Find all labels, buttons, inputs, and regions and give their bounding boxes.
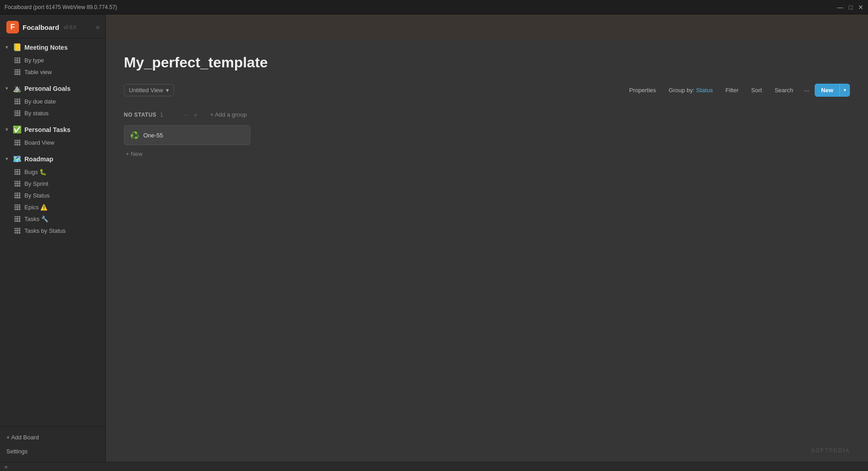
column-count-no-status: 1 xyxy=(160,112,163,118)
sidebar-item-tasks-by-status[interactable]: Tasks by Status xyxy=(0,225,105,236)
more-options-button[interactable]: ··· xyxy=(801,84,813,97)
board-area: NO STATUS 1 ··· + + Add a group ♻️ One-5… xyxy=(124,108,850,160)
main-content: My_perfect_template Untitled View ▾ Prop… xyxy=(106,14,868,462)
sidebar-item-tasks[interactable]: Tasks 🔧 xyxy=(0,213,105,225)
board-view-icon xyxy=(14,139,21,146)
add-board-button[interactable]: + Add Board xyxy=(0,430,105,444)
sidebar-section-meeting-notes: ▼ 📒 Meeting Notes By type Table view xyxy=(0,38,105,80)
meeting-notes-emoji: 📒 xyxy=(13,43,22,52)
sidebar-section-header-roadmap[interactable]: ▼ 🗺️ Roadmap xyxy=(0,152,105,166)
add-board-label: + Add Board xyxy=(6,434,39,441)
sidebar-item-by-status[interactable]: By Status xyxy=(0,189,105,201)
sidebar-item-epics[interactable]: Epics ⚠️ xyxy=(0,201,105,213)
view-selector-button[interactable]: Untitled View ▾ xyxy=(124,84,174,96)
sidebar-item-by-type[interactable]: By type xyxy=(0,54,105,66)
section-arrow-roadmap: ▼ xyxy=(5,156,10,161)
add-group-button[interactable]: + Add a group xyxy=(207,109,250,120)
section-arrow-personal-goals: ▼ xyxy=(5,86,10,91)
epics-icon xyxy=(14,203,21,211)
title-bar-text: Focalboard (port 61475 WebView 89.0.774.… xyxy=(5,4,837,10)
by-sprint-icon xyxy=(14,180,21,187)
sidebar-collapse-button[interactable]: « xyxy=(96,23,100,31)
roadmap-emoji: 🗺️ xyxy=(13,155,22,163)
main-top-bar xyxy=(106,14,868,40)
board-view-label: Board View xyxy=(24,139,54,146)
column-header-no-status: NO STATUS 1 ··· + + Add a group xyxy=(124,108,250,122)
by-status-label: By Status xyxy=(24,192,50,199)
table-view-icon xyxy=(14,68,21,75)
sidebar-section-header-personal-goals[interactable]: ▼ ⛰️ Personal Goals xyxy=(0,81,105,95)
by-type-label: By type xyxy=(24,57,44,64)
sidebar-item-by-due-date[interactable]: By due date xyxy=(0,95,105,107)
filter-button[interactable]: Filter xyxy=(720,84,744,96)
column-header-actions: ··· + xyxy=(181,110,199,119)
title-bar: Focalboard (port 61475 WebView 89.0.774.… xyxy=(0,0,868,14)
minimize-button[interactable]: — xyxy=(837,4,844,11)
by-status-icon xyxy=(14,192,21,199)
by-status-goals-icon xyxy=(14,109,21,117)
toolbar-actions: Properties Group by: Status Filter Sort … xyxy=(624,84,850,97)
bugs-icon xyxy=(14,168,21,175)
bottom-bar: ◀ xyxy=(0,462,868,471)
properties-button[interactable]: Properties xyxy=(624,84,661,96)
group-by-label: Group by: xyxy=(669,87,694,94)
sidebar-section-personal-tasks: ▼ ✅ Personal Tasks Board View xyxy=(0,121,105,150)
page-title: My_perfect_template xyxy=(124,54,850,71)
app-container: F Focalboard v0.6.0 « ▼ 📒 Meeting Notes … xyxy=(0,14,868,462)
roadmap-label: Roadmap xyxy=(24,155,53,163)
search-button[interactable]: Search xyxy=(769,84,798,96)
toolbar: Untitled View ▾ Properties Group by: Sta… xyxy=(124,84,850,97)
board-card-one-55[interactable]: ♻️ One-55 ··· xyxy=(124,125,250,145)
personal-tasks-label: Personal Tasks xyxy=(24,126,71,133)
by-type-icon xyxy=(14,57,21,64)
sidebar-section-header-personal-tasks[interactable]: ▼ ✅ Personal Tasks xyxy=(0,122,105,137)
group-by-button[interactable]: Group by: Status xyxy=(663,84,718,96)
sidebar-item-board-view[interactable]: Board View xyxy=(0,137,105,148)
main-body: My_perfect_template Untitled View ▾ Prop… xyxy=(106,40,868,444)
view-selector-label: Untitled View xyxy=(129,87,163,94)
tasks-by-status-label: Tasks by Status xyxy=(24,227,66,234)
sidebar-item-table-view[interactable]: Table view xyxy=(0,66,105,78)
group-by-value: Status xyxy=(696,87,713,94)
view-selector-chevron-icon: ▾ xyxy=(166,87,169,94)
sidebar-footer: + Add Board Settings xyxy=(0,426,105,462)
new-main-button[interactable]: New xyxy=(815,84,840,97)
new-dropdown-button[interactable]: ▾ xyxy=(840,84,850,96)
tasks-label: Tasks 🔧 xyxy=(24,216,48,222)
by-sprint-label: By Sprint xyxy=(24,180,48,187)
section-arrow-personal-tasks: ▼ xyxy=(5,127,10,132)
sidebar-section-personal-goals: ▼ ⛰️ Personal Goals By due date By statu… xyxy=(0,80,105,121)
column-add-button[interactable]: + xyxy=(192,110,199,119)
app-name: Focalboard xyxy=(23,24,59,31)
sidebar-section-roadmap: ▼ 🗺️ Roadmap Bugs 🐛 By Sprint xyxy=(0,150,105,238)
title-bar-controls: — □ ✕ xyxy=(837,4,863,11)
new-button-group: New ▾ xyxy=(815,84,850,97)
close-button[interactable]: ✕ xyxy=(858,4,863,11)
epics-label: Epics ⚠️ xyxy=(24,204,47,211)
sidebar: F Focalboard v0.6.0 « ▼ 📒 Meeting Notes … xyxy=(0,14,106,462)
section-arrow-meeting-notes: ▼ xyxy=(5,45,10,50)
settings-button[interactable]: Settings xyxy=(0,444,105,458)
add-new-card-button[interactable]: + New xyxy=(124,148,144,160)
maximize-button[interactable]: □ xyxy=(849,4,853,11)
tasks-by-status-icon xyxy=(14,227,21,234)
sidebar-item-by-status-goals[interactable]: By status xyxy=(0,107,105,119)
personal-tasks-emoji: ✅ xyxy=(13,125,22,134)
sidebar-item-bugs[interactable]: Bugs 🐛 xyxy=(0,166,105,178)
app-version: v0.6.0 xyxy=(64,25,76,30)
sidebar-item-by-sprint[interactable]: By Sprint xyxy=(0,178,105,189)
bottom-area: Softpedia xyxy=(106,444,868,462)
column-more-button[interactable]: ··· xyxy=(181,110,190,119)
sidebar-header: F Focalboard v0.6.0 « xyxy=(0,14,105,38)
sidebar-section-header-meeting-notes[interactable]: ▼ 📒 Meeting Notes xyxy=(0,40,105,54)
app-logo: F xyxy=(6,21,19,33)
board-column-no-status: NO STATUS 1 ··· + + Add a group ♻️ One-5… xyxy=(124,108,250,160)
sort-button[interactable]: Sort xyxy=(746,84,768,96)
scroll-indicator: ◀ xyxy=(4,464,7,469)
by-status-goals-label: By status xyxy=(24,110,48,117)
softpedia-watermark: Softpedia xyxy=(811,447,850,454)
meeting-notes-label: Meeting Notes xyxy=(24,44,68,51)
bugs-label: Bugs 🐛 xyxy=(24,169,47,175)
personal-goals-emoji: ⛰️ xyxy=(13,84,22,93)
by-due-date-label: By due date xyxy=(24,98,56,105)
